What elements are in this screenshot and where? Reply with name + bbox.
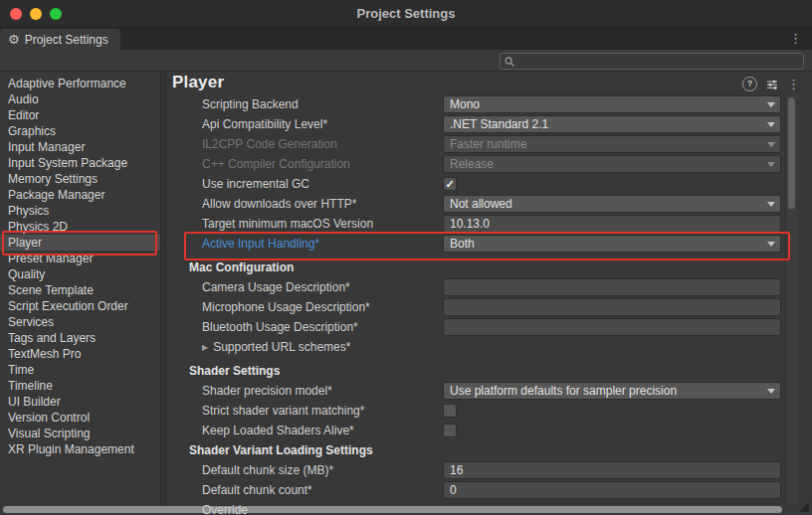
setting-control bbox=[443, 278, 781, 296]
sidebar-item-textmesh-pro[interactable]: TextMesh Pro bbox=[0, 346, 160, 362]
setting-control bbox=[443, 404, 781, 418]
setting-row-shader-precision-model: Shader precision model* Use platform def… bbox=[166, 381, 796, 401]
setting-row-c-compiler-configuration: C++ Compiler Configuration Release bbox=[166, 154, 796, 174]
chevron-down-icon bbox=[767, 142, 775, 147]
gear-icon: ⚙ bbox=[8, 33, 20, 46]
setting-row-active-input-handling: Active Input Handling* Both bbox=[166, 234, 796, 254]
dropdown-active-input-handling[interactable]: Both bbox=[443, 235, 781, 253]
sidebar-item-audio[interactable]: Audio bbox=[0, 91, 160, 107]
search-box[interactable] bbox=[500, 53, 804, 70]
setting-label: ▶Supported URL schemes* bbox=[166, 340, 443, 354]
sidebar-item-adaptive-performance[interactable]: Adaptive Performance bbox=[0, 76, 160, 91]
search-input[interactable] bbox=[518, 55, 799, 68]
setting-control: 16 bbox=[443, 461, 781, 479]
setting-label: Shader precision model* bbox=[166, 384, 443, 398]
setting-row-bluetooth-usage-description: Bluetooth Usage Description* bbox=[166, 317, 796, 337]
setting-label: Api Compatibility Level* bbox=[166, 117, 443, 131]
setting-control: .NET Standard 2.1 bbox=[443, 115, 781, 133]
main-menu-icon[interactable]: ⋮ bbox=[787, 78, 800, 90]
sidebar-item-ui-builder[interactable]: UI Builder bbox=[0, 394, 160, 410]
chevron-down-icon bbox=[767, 122, 775, 127]
tab-menu-icon[interactable]: ⋮ bbox=[789, 28, 802, 50]
dropdown-api-compatibility-level[interactable]: .NET Standard 2.1 bbox=[443, 115, 781, 133]
setting-control bbox=[443, 298, 781, 316]
setting-row-use-incremental-gc: Use incremental GC ✓ bbox=[166, 174, 796, 194]
sidebar-item-physics-2d[interactable]: Physics 2D bbox=[0, 219, 160, 235]
setting-row-camera-usage-description: Camera Usage Description* bbox=[166, 277, 796, 297]
field-microphone-usage-description[interactable] bbox=[443, 298, 781, 316]
chevron-down-icon bbox=[767, 389, 775, 394]
main-header: Player ? ⋮ bbox=[166, 73, 812, 94]
tab-project-settings[interactable]: ⚙ Project Settings bbox=[0, 29, 120, 50]
chevron-down-icon bbox=[767, 202, 775, 207]
sidebar-item-input-system-package[interactable]: Input System Package bbox=[0, 155, 160, 171]
sidebar-item-services[interactable]: Services bbox=[0, 314, 160, 330]
sidebar-item-version-control[interactable]: Version Control bbox=[0, 410, 160, 426]
sidebar-item-time[interactable]: Time bbox=[0, 362, 160, 378]
setting-control bbox=[443, 318, 781, 336]
setting-label: Camera Usage Description* bbox=[166, 280, 443, 294]
setting-label: C++ Compiler Configuration bbox=[166, 157, 443, 171]
dropdown-value: Not allowed bbox=[450, 197, 512, 211]
sidebar-item-input-manager[interactable]: Input Manager bbox=[0, 139, 160, 155]
setting-row-target-minimum-macos-version: Target minimum macOS Version 10.13.0 bbox=[166, 214, 796, 234]
sidebar-item-scene-template[interactable]: Scene Template bbox=[0, 282, 160, 298]
titlebar: Project Settings bbox=[0, 0, 812, 28]
setting-control: 10.13.0 bbox=[443, 215, 781, 233]
chevron-down-icon bbox=[767, 242, 775, 247]
checkbox-use-incremental-gc[interactable]: ✓ bbox=[443, 177, 457, 191]
setting-control: ✓ bbox=[443, 177, 781, 191]
sidebar-item-preset-manager[interactable]: Preset Manager bbox=[0, 251, 160, 266]
setting-label: Default chunk count* bbox=[166, 483, 443, 497]
sidebar-item-graphics[interactable]: Graphics bbox=[0, 123, 160, 139]
vertical-scrollbar[interactable] bbox=[785, 94, 797, 505]
foldout-arrow-icon[interactable]: ▶ bbox=[202, 343, 208, 352]
field-default-chunk-size-mb[interactable]: 16 bbox=[443, 461, 781, 479]
header-icons: ? ⋮ bbox=[742, 77, 800, 91]
setting-row-microphone-usage-description: Microphone Usage Description* bbox=[166, 297, 796, 317]
sidebar-item-player[interactable]: Player bbox=[0, 235, 160, 251]
setting-control: Use platform defaults for sampler precis… bbox=[443, 382, 781, 400]
sidebar-item-quality[interactable]: Quality bbox=[0, 266, 160, 282]
sidebar-item-physics[interactable]: Physics bbox=[0, 203, 160, 219]
field-camera-usage-description[interactable] bbox=[443, 278, 781, 296]
section-header-shader-variant-loading-settings: Shader Variant Loading Settings bbox=[166, 440, 796, 460]
dropdown-il2cpp-code-generation[interactable]: Faster runtime bbox=[443, 135, 781, 153]
setting-control bbox=[443, 424, 781, 437]
setting-label: Strict shader variant matching* bbox=[166, 404, 443, 418]
setting-control: Both bbox=[443, 235, 781, 253]
setting-row-supported-url-schemes: ▶Supported URL schemes* bbox=[166, 337, 796, 357]
help-icon[interactable]: ? bbox=[742, 77, 757, 91]
dropdown-shader-precision-model[interactable]: Use platform defaults for sampler precis… bbox=[443, 382, 781, 400]
chevron-down-icon bbox=[767, 102, 775, 107]
sidebar-item-memory-settings[interactable]: Memory Settings bbox=[0, 171, 160, 187]
page-title: Player bbox=[172, 73, 224, 92]
setting-row-default-chunk-count: Default chunk count* 0 bbox=[166, 480, 796, 500]
dropdown-scripting-backend[interactable]: Mono bbox=[443, 95, 781, 113]
setting-control: Mono bbox=[443, 95, 781, 113]
setting-label: IL2CPP Code Generation bbox=[166, 137, 443, 151]
dropdown-value: Faster runtime bbox=[450, 137, 526, 151]
presets-icon[interactable] bbox=[766, 79, 778, 90]
dropdown-c-compiler-configuration[interactable]: Release bbox=[443, 155, 781, 173]
sidebar-item-editor[interactable]: Editor bbox=[0, 107, 160, 123]
setting-label: Default chunk size (MB)* bbox=[166, 463, 443, 477]
vertical-scrollbar-thumb[interactable] bbox=[788, 97, 795, 209]
sidebar-item-xr-plugin-management[interactable]: XR Plugin Management bbox=[0, 441, 160, 457]
checkbox-keep-loaded-shaders-alive[interactable] bbox=[443, 424, 457, 437]
setting-label: Target minimum macOS Version bbox=[166, 217, 443, 231]
setting-row-default-chunk-size-mb: Default chunk size (MB)* 16 bbox=[166, 460, 796, 480]
sidebar-item-tags-and-layers[interactable]: Tags and Layers bbox=[0, 330, 160, 346]
field-default-chunk-count[interactable]: 0 bbox=[443, 481, 781, 499]
setting-control: 0 bbox=[443, 481, 781, 499]
sidebar-item-visual-scripting[interactable]: Visual Scripting bbox=[0, 426, 160, 441]
dropdown-allow-downloads-over-http[interactable]: Not allowed bbox=[443, 195, 781, 213]
field-bluetooth-usage-description[interactable] bbox=[443, 318, 781, 336]
sidebar-item-script-execution-order[interactable]: Script Execution Order bbox=[0, 298, 160, 314]
sidebar-item-timeline[interactable]: Timeline bbox=[0, 378, 160, 394]
sidebar-item-package-manager[interactable]: Package Manager bbox=[0, 187, 160, 203]
checkbox-strict-shader-variant-matching[interactable] bbox=[443, 404, 457, 418]
resize-grip[interactable] bbox=[799, 502, 809, 512]
setting-control: Not allowed bbox=[443, 195, 781, 213]
field-target-minimum-macos-version[interactable]: 10.13.0 bbox=[443, 215, 781, 233]
